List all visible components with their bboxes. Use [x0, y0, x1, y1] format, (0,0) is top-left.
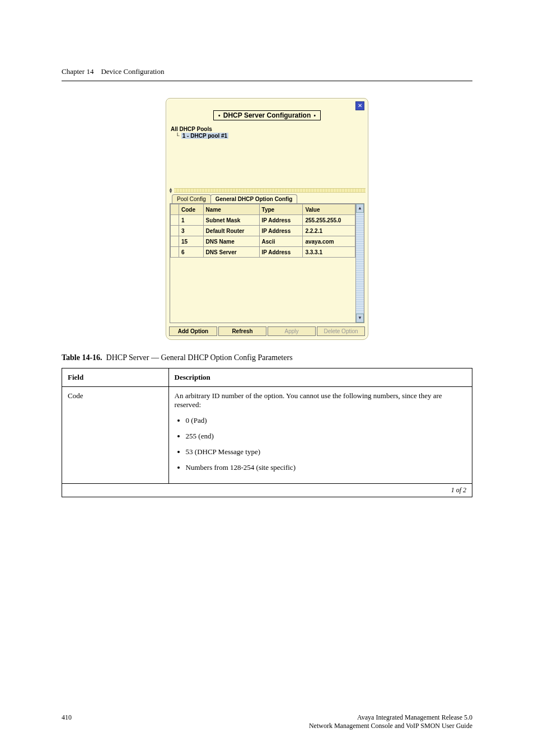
dhcp-config-window: ✕ • DHCP Server Configuration • All DHCP… [166, 98, 368, 340]
table-caption-text: DHCP Server — General DHCP Option Config… [106, 353, 293, 362]
tree-root[interactable]: All DHCP Pools [170, 126, 364, 132]
cell-code[interactable]: 1 [179, 215, 204, 226]
cell-value[interactable]: 255.255.255.0 [303, 215, 355, 226]
window-title: DHCP Server Configuration [223, 111, 311, 119]
table-caption-number: Table 14-16. [62, 353, 102, 362]
grid-col-type[interactable]: Type [259, 204, 303, 215]
cell-code[interactable]: 6 [179, 247, 204, 258]
list-item: 0 (Pad) [186, 416, 466, 425]
cell-name[interactable]: Subnet Mask [203, 215, 259, 226]
list-item: Numbers from 128-254 (site specific) [186, 463, 466, 472]
params-head-field: Field [62, 368, 169, 387]
title-bullet-left: • [217, 113, 222, 119]
table-row[interactable]: 6 DNS Server IP Address 3.3.3.1 [171, 247, 355, 258]
splitter[interactable]: ▲▼ [168, 188, 366, 193]
apply-button[interactable]: Apply [268, 326, 316, 336]
cell-type[interactable]: IP Address [259, 215, 303, 226]
footer-doc-subtitle: Network Management Console and VoIP SMON… [309, 722, 472, 730]
refresh-button[interactable]: Refresh [218, 326, 266, 336]
cell-value[interactable]: 2.2.2.1 [303, 226, 355, 236]
section-divider [62, 81, 472, 81]
footer-doc-title: Avaya Integrated Management Release 5.0 [309, 713, 472, 722]
params-field: Code [62, 387, 169, 484]
cell-code[interactable]: 3 [179, 226, 204, 236]
pool-tree[interactable]: All DHCP Pools └ 1 - DHCP pool #1 [170, 126, 364, 188]
list-item: 255 (end) [186, 432, 466, 441]
cell-type[interactable]: IP Address [259, 247, 303, 258]
cell-name[interactable]: Default Router [203, 226, 259, 236]
table-continued-row: 1 of 2 [62, 484, 472, 497]
title-bullet-right: • [313, 113, 317, 119]
scroll-up-icon[interactable]: ▲ [356, 204, 364, 213]
tree-child[interactable]: └ 1 - DHCP pool #1 [175, 133, 364, 139]
params-head-desc: Description [168, 368, 472, 387]
grid-col-name[interactable]: Name [203, 204, 259, 215]
table-row[interactable]: 1 Subnet Mask IP Address 255.255.255.0 [171, 215, 355, 226]
delete-option-button[interactable]: Delete Option [317, 326, 365, 336]
cell-value[interactable]: avaya.com [303, 236, 355, 247]
params-table: Field Description Code An arbitrary ID n… [62, 368, 472, 497]
cell-type[interactable]: Ascii [259, 236, 303, 247]
params-desc: An arbitrary ID number of the option. Yo… [168, 387, 472, 484]
tab-general-dhcp-option[interactable]: General DHCP Option Config [210, 194, 298, 203]
page-footer: 410 Avaya Integrated Management Release … [62, 713, 472, 730]
cell-name[interactable]: DNS Name [203, 236, 259, 247]
close-icon[interactable]: ✕ [355, 101, 364, 110]
grid-col-value[interactable]: Value [303, 204, 355, 215]
list-item: 53 (DHCP Message type) [186, 447, 466, 456]
tree-selected-label[interactable]: 1 - DHCP pool #1 [181, 133, 228, 139]
table-row: Code An arbitrary ID number of the optio… [62, 387, 472, 484]
splitter-track[interactable] [174, 188, 366, 193]
params-desc-intro: An arbitrary ID number of the option. Yo… [175, 391, 442, 409]
cell-type[interactable]: IP Address [259, 226, 303, 236]
cell-name[interactable]: DNS Server [203, 247, 259, 258]
table-continued-label: 1 of 2 [62, 484, 472, 497]
page-number: 410 [62, 713, 72, 730]
grid-col-select[interactable] [171, 204, 179, 215]
splitter-handle-icon[interactable]: ▲▼ [168, 188, 173, 193]
add-option-button[interactable]: Add Option [169, 326, 217, 336]
chapter-title: Device Configuration [101, 67, 164, 76]
cell-code[interactable]: 15 [179, 236, 204, 247]
scroll-down-icon[interactable]: ▼ [356, 314, 364, 323]
table-row[interactable]: 3 Default Router IP Address 2.2.2.1 [171, 226, 355, 236]
tab-pool-config[interactable]: Pool Config [172, 194, 211, 203]
grid-scrollbar[interactable]: ▲ ▼ [355, 204, 364, 323]
table-caption: Table 14-16. DHCP Server — General DHCP … [62, 353, 472, 362]
grid-header-row: Code Name Type Value [171, 204, 355, 215]
options-grid: Code Name Type Value 1 Subnet Mask [170, 203, 364, 323]
cell-value[interactable]: 3.3.3.1 [303, 247, 355, 258]
grid-col-code[interactable]: Code [179, 204, 204, 215]
chapter-label: Chapter 14 [62, 67, 93, 76]
table-row[interactable]: 15 DNS Name Ascii avaya.com [171, 236, 355, 247]
window-title-bar: • DHCP Server Configuration • [166, 99, 368, 120]
tree-branch-glyph: └ [175, 133, 180, 139]
